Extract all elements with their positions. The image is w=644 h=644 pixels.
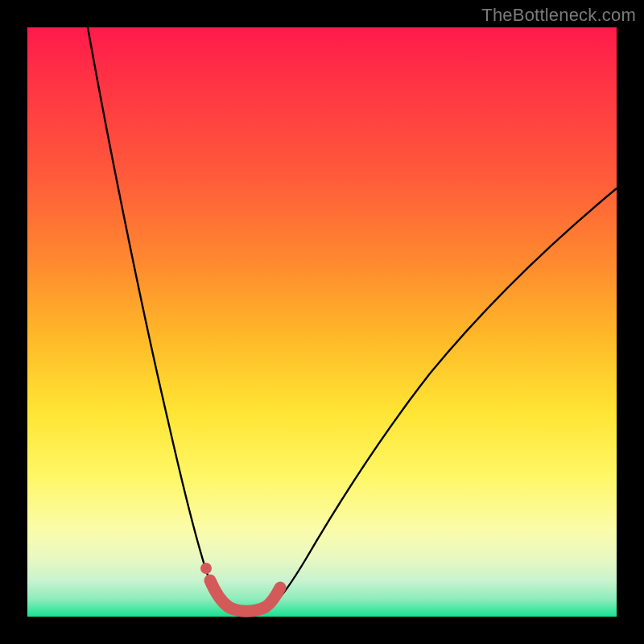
- curve-right-branch: [266, 188, 617, 609]
- chart-frame: TheBottleneck.com: [0, 0, 644, 644]
- watermark-text: TheBottleneck.com: [481, 5, 636, 26]
- plot-area: [27, 27, 617, 617]
- highlight-valley: [210, 580, 280, 611]
- curves-svg: [27, 27, 617, 617]
- curve-left-branch: [88, 27, 229, 609]
- highlight-dot: [200, 563, 212, 574]
